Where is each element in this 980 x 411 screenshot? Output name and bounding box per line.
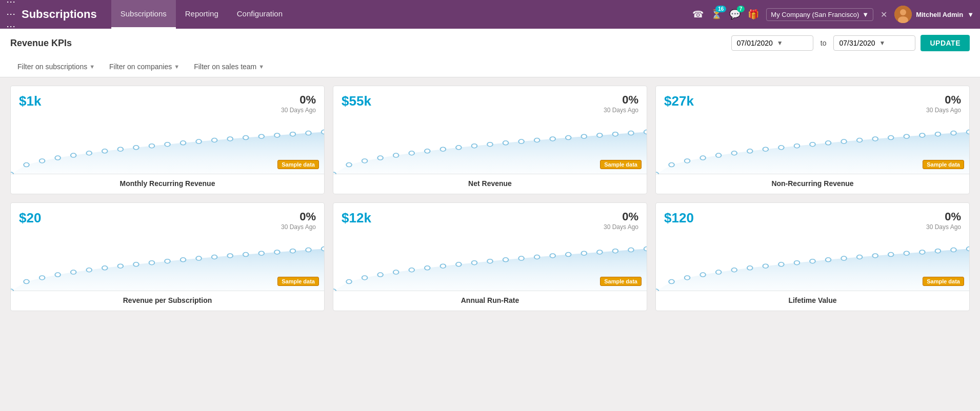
kpi-value: $20 [19, 210, 41, 226]
topbar-right: ☎ ⏳ 16 💬 7 🎁 My Company (San Francisco) … [692, 6, 974, 23]
svg-point-56 [794, 144, 800, 148]
kpi-card-ltv[interactable]: $120 0% 30 Days Ago Sample data [655, 202, 970, 311]
main-content: $1k 0% 30 Days Ago Sample data [0, 77, 980, 319]
kpi-value: $55k [342, 93, 371, 109]
svg-point-48 [669, 163, 674, 167]
svg-point-132 [951, 248, 956, 252]
gift-icon[interactable]: 🎁 [748, 9, 759, 20]
date-from-select[interactable]: 07/01/2020 ▼ [731, 35, 813, 51]
date-to-select[interactable]: 07/31/2020 ▼ [833, 35, 915, 51]
nav-item-subscriptions[interactable]: Subscriptions [111, 0, 176, 29]
svg-point-116 [700, 273, 706, 277]
filter-companies-label: Filter on companies [109, 63, 172, 71]
subheader-filters: Filter on subscriptions ▼ Filter on comp… [10, 56, 970, 77]
company-chevron: ▼ [862, 11, 869, 18]
svg-point-28 [377, 156, 383, 160]
svg-point-23 [322, 130, 324, 134]
svg-point-70 [24, 280, 29, 284]
svg-point-35 [487, 142, 493, 147]
filter-subscriptions-btn[interactable]: Filter on subscriptions ▼ [10, 59, 102, 74]
kpi-pct: 0% [926, 210, 961, 223]
filter-subscriptions-label: Filter on subscriptions [17, 63, 87, 71]
svg-point-38 [534, 138, 540, 142]
sample-data-badge: Sample data [923, 160, 964, 169]
kpi-card-mrr[interactable]: $1k 0% 30 Days Ago Sample data [10, 86, 325, 194]
subheader-top: Revenue KPIs 07/01/2020 ▼ to 07/31/2020 … [10, 35, 970, 51]
kpi-chart: Sample data [656, 118, 969, 174]
filter-companies-caret: ▼ [174, 64, 179, 70]
svg-point-77 [133, 262, 139, 266]
svg-point-130 [919, 250, 925, 254]
activity-badge: 16 [715, 6, 726, 12]
kpi-card-rev_sub[interactable]: $20 0% 30 Days Ago Sample data [10, 202, 325, 311]
svg-point-25 [333, 172, 336, 174]
svg-point-96 [409, 268, 414, 272]
phone-icon[interactable]: ☎ [692, 9, 704, 20]
svg-point-95 [393, 270, 399, 274]
kpi-label: Revenue per Subscription [19, 291, 316, 311]
svg-point-41 [581, 134, 587, 138]
svg-point-5 [39, 159, 45, 163]
svg-point-53 [747, 149, 753, 153]
filter-companies-btn[interactable]: Filter on companies ▼ [102, 59, 187, 74]
svg-point-110 [628, 248, 634, 252]
svg-point-126 [857, 255, 863, 259]
avatar [894, 6, 912, 23]
kpi-top: $55k 0% 30 Days Ago [342, 93, 638, 114]
kpi-top: $12k 0% 30 Days Ago [342, 210, 638, 231]
svg-point-81 [196, 256, 202, 260]
svg-point-111 [644, 247, 647, 251]
svg-point-30 [409, 151, 414, 155]
close-icon[interactable]: ✕ [881, 10, 887, 19]
kpi-grid: $1k 0% 30 Days Ago Sample data [10, 86, 970, 311]
svg-point-44 [628, 131, 634, 135]
kpi-label: Monthly Recurring Revenue [19, 174, 316, 194]
kpi-pct-wrap: 0% 30 Days Ago [604, 93, 638, 114]
user-menu[interactable]: Mitchell Admin ▼ [894, 6, 974, 23]
company-selector[interactable]: My Company (San Francisco) ▼ [766, 8, 873, 21]
kpi-value: $1k [19, 93, 41, 109]
grid-icon[interactable]: ⋅⋅⋅⋅⋅⋅⋅⋅⋅ [6, 0, 15, 33]
page-title: Revenue KPIs [10, 38, 72, 49]
svg-point-21 [290, 132, 296, 136]
svg-point-1 [900, 9, 906, 15]
svg-point-129 [904, 251, 909, 255]
svg-point-55 [778, 146, 784, 150]
svg-point-86 [274, 250, 280, 254]
svg-point-114 [669, 280, 674, 284]
svg-point-74 [86, 268, 92, 272]
chat-badge: 7 [737, 6, 745, 12]
kpi-card-non_rec[interactable]: $27k 0% 30 Days Ago Sample data [655, 86, 970, 194]
activity-icon-wrap[interactable]: ⏳ 16 [711, 9, 722, 20]
svg-point-119 [747, 266, 753, 270]
svg-point-62 [888, 136, 894, 140]
kpi-value: $27k [664, 93, 694, 109]
kpi-ago: 30 Days Ago [281, 107, 316, 114]
filter-sales-team-btn[interactable]: Filter on sales team ▼ [187, 59, 271, 74]
svg-point-8 [86, 151, 92, 155]
svg-point-102 [503, 258, 509, 262]
kpi-chart: Sample data [11, 118, 324, 174]
svg-point-20 [274, 133, 280, 137]
kpi-card-arr[interactable]: $12k 0% 30 Days Ago Sample data [333, 202, 647, 311]
nav-item-reporting[interactable]: Reporting [176, 0, 228, 29]
kpi-ago: 30 Days Ago [604, 107, 638, 114]
update-button[interactable]: UPDATE [921, 35, 970, 51]
svg-point-89 [322, 247, 324, 251]
kpi-pct: 0% [604, 210, 638, 223]
chat-icon-wrap[interactable]: 💬 7 [729, 9, 741, 20]
kpi-chart: Sample data [656, 235, 969, 291]
kpi-card-net_rev[interactable]: $55k 0% 30 Days Ago Sample data [333, 86, 647, 194]
user-name: Mitchell Admin [916, 11, 963, 18]
kpi-pct: 0% [281, 210, 316, 223]
sample-data-badge: Sample data [923, 277, 964, 286]
svg-point-17 [227, 137, 233, 141]
nav-item-configuration[interactable]: Configuration [228, 0, 292, 29]
svg-point-131 [935, 249, 941, 253]
svg-point-133 [967, 247, 969, 251]
svg-point-26 [346, 163, 352, 167]
svg-point-121 [778, 262, 784, 266]
svg-point-27 [362, 159, 368, 163]
svg-point-122 [794, 261, 800, 265]
svg-point-118 [731, 268, 737, 272]
